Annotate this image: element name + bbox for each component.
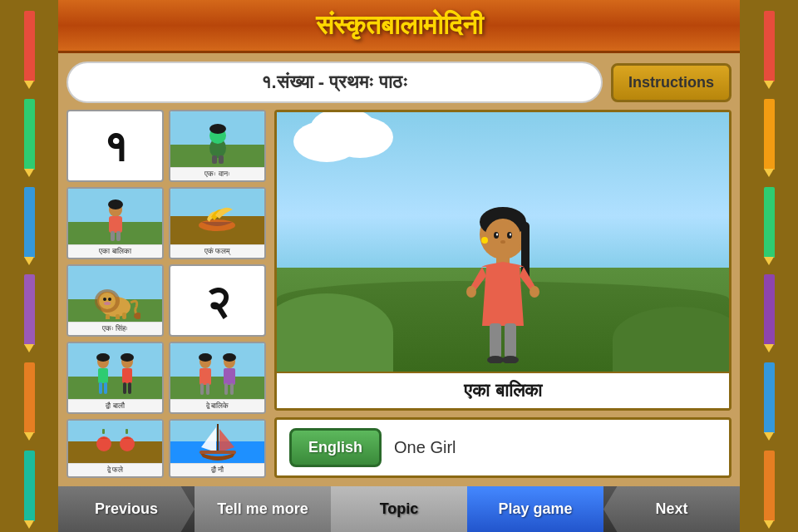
svg-rect-36 xyxy=(200,383,204,395)
app-header: संस्कृतबालामोदिनी xyxy=(58,0,740,53)
svg-rect-26 xyxy=(99,382,102,394)
card-numeral-2[interactable]: २ xyxy=(169,264,266,337)
svg-rect-27 xyxy=(104,382,107,394)
svg-point-39 xyxy=(223,353,236,362)
svg-point-65 xyxy=(502,356,519,363)
card-label-lion: एकः सिंहः xyxy=(68,322,162,335)
svg-rect-31 xyxy=(123,382,126,394)
svg-point-16 xyxy=(103,298,106,301)
svg-rect-5 xyxy=(219,155,224,164)
svg-point-56 xyxy=(510,234,511,236)
instructions-button[interactable]: Instructions xyxy=(611,63,732,102)
svg-point-60 xyxy=(466,286,476,298)
svg-rect-10 xyxy=(116,231,121,241)
svg-rect-19 xyxy=(106,314,110,319)
svg-point-61 xyxy=(530,286,539,298)
card-label-banana: एकं फलम् xyxy=(170,244,264,258)
topic-button[interactable]: Topic xyxy=(331,486,467,532)
translation-text: One Girl xyxy=(394,438,456,457)
svg-point-55 xyxy=(496,234,498,236)
svg-point-54 xyxy=(507,232,512,239)
previous-button[interactable]: Previous xyxy=(58,486,195,532)
svg-point-52 xyxy=(485,219,521,259)
app-title: संस्कृतबालामोदिनी xyxy=(316,10,483,40)
svg-rect-41 xyxy=(224,383,228,395)
card-label-boat: द्वौ नौ xyxy=(170,463,264,476)
card-boat[interactable]: द्वौ नौ xyxy=(169,419,266,478)
svg-point-17 xyxy=(108,298,111,301)
svg-rect-4 xyxy=(212,155,217,164)
svg-point-34 xyxy=(199,353,212,362)
card-label-two-boys: द्वौ बालौ xyxy=(68,399,162,412)
svg-rect-63 xyxy=(505,323,516,358)
svg-rect-30 xyxy=(122,368,132,383)
svg-rect-40 xyxy=(224,368,235,385)
svg-rect-8 xyxy=(109,216,122,233)
svg-point-58 xyxy=(481,237,488,244)
card-girl[interactable]: एका बालिका xyxy=(66,187,164,259)
svg-rect-43 xyxy=(102,429,105,434)
translation-box: English One Girl xyxy=(274,417,732,478)
main-display: एका बालिका English One Girl xyxy=(274,110,732,478)
main-wrapper: संस्कृतबालामोदिनी १.संख्या - प्रथमः पाठः… xyxy=(58,0,740,532)
svg-point-18 xyxy=(104,302,111,305)
svg-rect-35 xyxy=(200,368,211,385)
svg-rect-48 xyxy=(200,451,236,454)
svg-point-64 xyxy=(487,356,504,363)
main-image-box: एका बालिका xyxy=(274,110,732,411)
bottom-nav: Previous Tell me more Topic Play game Ne… xyxy=(58,486,740,532)
svg-rect-21 xyxy=(122,313,126,319)
svg-point-29 xyxy=(121,353,134,362)
content-area: १.संख्या - प्रथमः पाठः Instructions १ xyxy=(58,53,740,486)
play-game-button[interactable]: Play game xyxy=(467,486,603,532)
lesson-title: १.संख्या - प्रथमः पाठः xyxy=(66,62,603,103)
svg-point-15 xyxy=(99,293,116,309)
svg-rect-42 xyxy=(230,383,234,395)
main-image-label: एका बालिका xyxy=(277,372,729,408)
main-scene xyxy=(277,112,729,372)
middle-content: १ xyxy=(66,110,732,478)
card-apples[interactable]: द्वे फले xyxy=(66,419,164,478)
card-lion[interactable]: एकः सिंहः xyxy=(66,264,164,337)
card-two-girls[interactable]: द्वे बालिके xyxy=(169,342,266,414)
card-label-apples: द्वे फले xyxy=(68,463,162,476)
svg-rect-62 xyxy=(490,323,501,358)
svg-rect-37 xyxy=(206,383,209,395)
card-monkey[interactable]: एकः वानः xyxy=(169,110,266,182)
cards-grid: १ xyxy=(66,110,266,478)
card-two-boys[interactable]: द्वौ बालौ xyxy=(66,342,164,414)
svg-point-24 xyxy=(96,353,110,362)
svg-rect-20 xyxy=(116,314,120,319)
english-button[interactable]: English xyxy=(289,428,382,467)
svg-point-7 xyxy=(108,200,123,209)
next-button[interactable]: Next xyxy=(603,486,740,532)
svg-point-3 xyxy=(209,124,226,134)
card-label-two-girls: द्वे बालिके xyxy=(170,399,264,412)
top-bar: १.संख्या - प्रथमः पाठः Instructions xyxy=(66,62,732,103)
svg-point-53 xyxy=(494,232,499,239)
left-pencil-border xyxy=(0,0,58,532)
svg-rect-45 xyxy=(126,429,128,434)
right-pencil-border xyxy=(740,0,798,532)
card-label-monkey: एकः वानः xyxy=(170,167,264,180)
card-numeral-1[interactable]: १ xyxy=(66,110,164,182)
svg-rect-25 xyxy=(98,368,108,383)
card-label-girl: एका बालिका xyxy=(68,244,162,258)
tell-more-button[interactable]: Tell me more xyxy=(195,486,331,532)
card-banana[interactable]: एकं फलम् xyxy=(169,187,266,259)
svg-rect-9 xyxy=(111,231,115,241)
svg-point-57 xyxy=(500,240,505,244)
svg-rect-32 xyxy=(128,382,131,394)
